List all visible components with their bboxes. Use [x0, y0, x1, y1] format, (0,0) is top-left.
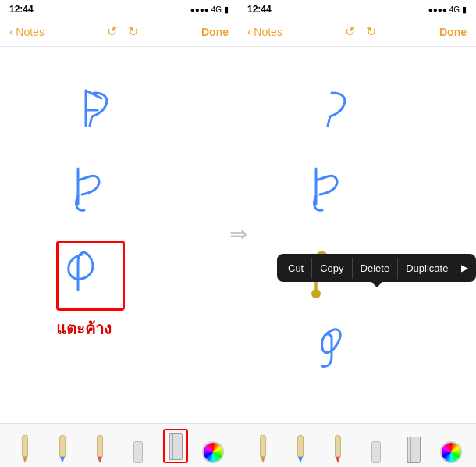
tool-eraser-left[interactable]: [126, 429, 151, 463]
drawing-svg-right: [238, 47, 476, 423]
context-more-icon[interactable]: ▶: [456, 258, 473, 278]
done-button-right[interactable]: Done: [439, 26, 467, 38]
drawing-area-right[interactable]: Cut Copy Delete Duplicate ▶: [238, 47, 476, 423]
redo-icon-left[interactable]: ↻: [128, 24, 138, 39]
time-left: 12:44: [9, 4, 34, 15]
status-bar-right: 12:44 ●●●● 4G ▮: [238, 0, 476, 17]
back-label-right: Notes: [254, 26, 282, 38]
context-duplicate[interactable]: Duplicate: [397, 258, 456, 279]
tool-pen1-right[interactable]: [250, 429, 275, 463]
tool-pen3-right[interactable]: [325, 429, 350, 463]
back-chevron-right: ‹: [247, 25, 251, 39]
toolbar-right: [238, 423, 476, 467]
status-icons-left: ●●●● 4G ▮: [190, 5, 229, 15]
done-button-left[interactable]: Done: [201, 26, 229, 38]
tool-pen1-left[interactable]: [12, 429, 37, 463]
context-delete[interactable]: Delete: [352, 258, 398, 279]
undo-icon-right[interactable]: ↺: [345, 24, 355, 39]
status-bar-left: 12:44 ●●●● 4G ▮: [0, 0, 238, 17]
signal-icon-right: ●●●● 4G: [428, 5, 460, 14]
tool-color-left[interactable]: [201, 429, 226, 463]
signal-icon-left: ●●●● 4G: [190, 5, 222, 14]
right-panel: 12:44 ●●●● 4G ▮ ‹ Notes ↺ ↻ Done: [238, 0, 476, 467]
back-label-left: Notes: [16, 26, 44, 38]
nav-bar-left: ‹ Notes ↺ ↻ Done: [0, 17, 238, 47]
back-button-left[interactable]: ‹ Notes: [9, 25, 44, 39]
tool-color-right[interactable]: [439, 429, 464, 463]
battery-icon-right: ▮: [462, 5, 467, 15]
context-copy[interactable]: Copy: [311, 258, 351, 279]
thai-label: แตะค้าง: [56, 316, 112, 341]
left-panel: 12:44 ●●●● 4G ▮ ‹ Notes ↺ ↻ Done: [0, 0, 238, 467]
toolbar-left: [0, 423, 238, 467]
nav-center-left: ↺ ↻: [107, 24, 138, 39]
tool-pen3-left[interactable]: [87, 429, 112, 463]
context-cut[interactable]: Cut: [280, 258, 311, 279]
selected-char-box: [56, 241, 125, 311]
tool-eraser-right[interactable]: [364, 429, 389, 463]
battery-icon-left: ▮: [224, 5, 229, 15]
time-right: 12:44: [247, 4, 272, 15]
status-icons-right: ●●●● 4G ▮: [428, 5, 467, 15]
back-button-right[interactable]: ‹ Notes: [247, 25, 282, 39]
svg-point-0: [311, 289, 321, 298]
context-menu: Cut Copy Delete Duplicate ▶: [277, 254, 476, 282]
redo-icon-right[interactable]: ↻: [366, 24, 376, 39]
nav-center-right: ↺ ↻: [345, 24, 376, 39]
drawing-svg-left: [0, 47, 238, 423]
nav-bar-right: ‹ Notes ↺ ↻ Done: [238, 17, 476, 47]
tool-ruler-left[interactable]: [163, 429, 188, 463]
undo-icon-left[interactable]: ↺: [107, 24, 117, 39]
back-chevron-left: ‹: [9, 25, 13, 39]
drawing-area-left[interactable]: แตะค้าง: [0, 47, 238, 423]
tool-ruler-right[interactable]: [401, 429, 426, 463]
tool-pen2-right[interactable]: [288, 429, 313, 463]
tool-pen2-left[interactable]: [50, 429, 75, 463]
